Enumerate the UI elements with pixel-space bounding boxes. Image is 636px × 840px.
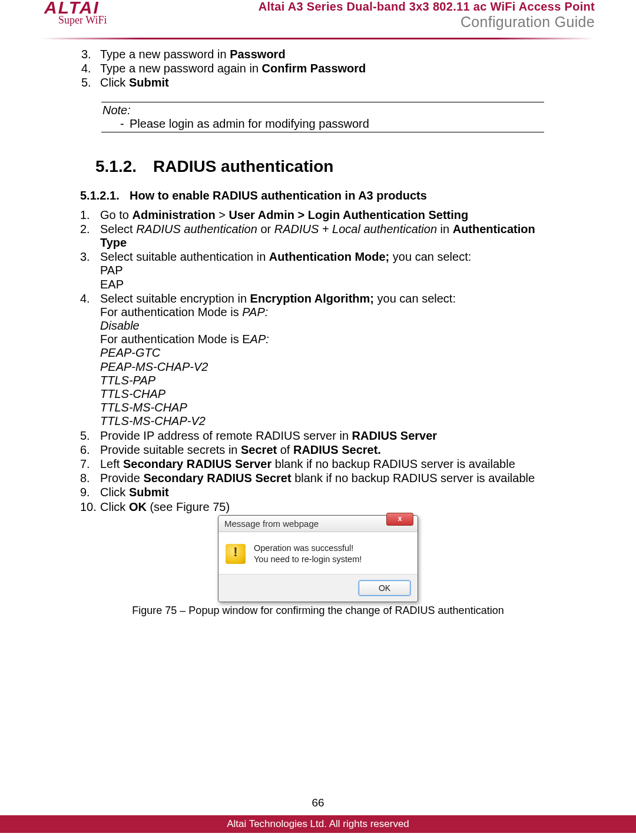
close-icon[interactable]: x xyxy=(386,513,413,526)
note-line: Please login as admin for modifying pass… xyxy=(101,117,544,131)
heading-5-1-2: 5.1.2.RADIUS authentication xyxy=(95,157,556,176)
logo: ALTAI Super WiFi xyxy=(44,0,107,26)
heading-5-1-2-1: 5.1.2.1.How to enable RADIUS authenticat… xyxy=(80,189,556,202)
top-steps-list: 3.Type a new password in Password 4.Type… xyxy=(80,48,556,90)
page-number: 66 xyxy=(0,796,636,809)
radius-steps-list: 1.Go to Administration > User Admin > Lo… xyxy=(80,208,556,514)
note-label: Note: xyxy=(101,104,544,117)
dialog-popup: x Message from webpage Operation was suc… xyxy=(218,515,418,603)
footer-bar: Altai Technologies Ltd. All rights reser… xyxy=(0,815,636,833)
warning-icon xyxy=(226,544,246,564)
dialog-message: Operation was successful! You need to re… xyxy=(254,543,362,565)
logo-text-sub: Super WiFi xyxy=(58,14,107,26)
figure-caption: Figure 75 – Popup window for confirming … xyxy=(80,605,556,617)
ok-button[interactable]: OK xyxy=(359,580,410,596)
doc-title: Altai A3 Series Dual-band 3x3 802.11 ac … xyxy=(259,0,595,14)
note-box: Note: Please login as admin for modifyin… xyxy=(101,102,544,132)
doc-subtitle: Configuration Guide xyxy=(259,14,595,31)
